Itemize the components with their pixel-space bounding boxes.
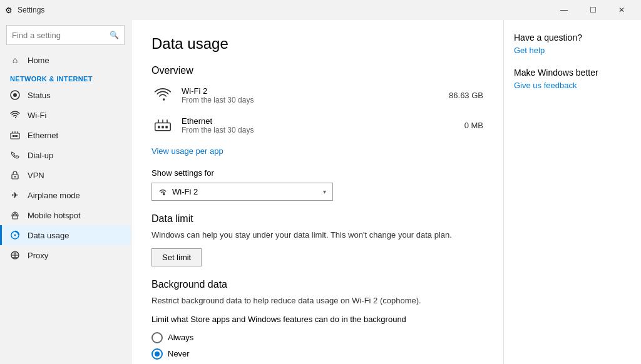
- bg-data-desc: Restrict background data to help reduce …: [151, 295, 483, 306]
- title-bar-controls: — ☐ ✕: [550, 0, 636, 20]
- sidebar-label-wifi: Wi-Fi: [28, 111, 46, 120]
- bg-limit-label: Limit what Store apps and Windows featur…: [151, 314, 483, 325]
- radio-never[interactable]: Never: [151, 348, 483, 360]
- sidebar-label-hotspot: Mobile hotspot: [28, 211, 81, 220]
- svg-rect-8: [16, 135, 18, 137]
- ethernet-sub: From the last 30 days: [182, 126, 464, 134]
- radio-never-circle: [151, 348, 163, 360]
- sidebar-label-home: Home: [28, 56, 49, 65]
- wifi-overview-icon: [151, 84, 174, 106]
- sidebar-item-proxy[interactable]: Proxy: [0, 245, 131, 265]
- sidebar-item-ethernet[interactable]: Ethernet: [0, 125, 131, 145]
- sidebar-item-home[interactable]: ⌂ Home: [0, 50, 131, 70]
- ethernet-info: Ethernet From the last 30 days: [182, 116, 464, 134]
- radio-always-label: Always: [168, 333, 193, 342]
- data-limit-title: Data limit: [151, 213, 483, 225]
- datausage-icon: [10, 230, 20, 240]
- svg-point-1: [13, 93, 17, 97]
- sidebar-label-vpn: VPN: [28, 171, 44, 180]
- page-title: Data usage: [151, 35, 483, 53]
- main-content: Data usage Overview Wi-Fi 2 From the las…: [131, 20, 503, 364]
- sidebar-item-vpn[interactable]: VPN: [0, 165, 131, 185]
- wifi-size: 86.63 GB: [449, 91, 483, 100]
- radio-never-dot: [155, 351, 160, 356]
- svg-rect-11: [13, 216, 18, 219]
- sidebar-label-airplane: Airplane mode: [28, 191, 80, 200]
- overview-section-title: Overview: [151, 65, 483, 76]
- sidebar-label-dialup: Dial-up: [28, 151, 53, 160]
- get-help-link[interactable]: Get help: [514, 46, 545, 55]
- dropdown-inner: Wi-Fi 2: [158, 187, 198, 196]
- sidebar-item-airplane[interactable]: ✈ Airplane mode: [0, 185, 131, 205]
- close-button[interactable]: ✕: [607, 0, 636, 20]
- make-windows-title: Make Windows better: [514, 68, 631, 78]
- svg-rect-22: [158, 126, 160, 128]
- settings-icon: ⚙: [5, 6, 13, 15]
- ethernet-size: 0 MB: [464, 121, 483, 130]
- hotspot-icon: [10, 210, 20, 220]
- radio-group: Always Never: [151, 332, 483, 360]
- dialup-icon: [10, 150, 20, 160]
- sidebar-label-status: Status: [28, 91, 51, 100]
- svg-point-12: [14, 213, 16, 215]
- sidebar-item-hotspot[interactable]: Mobile hotspot: [0, 205, 131, 225]
- wifi-dropdown[interactable]: Wi-Fi 2 ▾: [151, 183, 333, 201]
- svg-rect-23: [162, 126, 164, 128]
- sidebar-item-wifi[interactable]: Wi-Fi: [0, 105, 131, 125]
- view-usage-link[interactable]: View usage per app: [151, 146, 223, 156]
- sidebar: 🔍 ⌂ Home Network & Internet Status: [0, 20, 131, 364]
- set-limit-button[interactable]: Set limit: [151, 248, 202, 266]
- sidebar-label-ethernet: Ethernet: [28, 131, 58, 140]
- wifi-overview-item: Wi-Fi 2 From the last 30 days 86.63 GB: [151, 84, 483, 106]
- airplane-icon: ✈: [10, 190, 20, 200]
- search-icon: 🔍: [110, 31, 119, 39]
- search-input[interactable]: [12, 31, 107, 40]
- ethernet-icon: [10, 130, 20, 140]
- bg-data-title: Background data: [151, 279, 483, 290]
- ethernet-name: Ethernet: [182, 116, 464, 126]
- chevron-down-icon: ▾: [323, 188, 326, 195]
- app-body: 🔍 ⌂ Home Network & Internet Status: [0, 20, 641, 364]
- minimize-button[interactable]: —: [550, 0, 578, 20]
- show-settings-label: Show settings for: [151, 168, 483, 178]
- sidebar-label-proxy: Proxy: [28, 251, 48, 260]
- svg-rect-7: [14, 135, 16, 137]
- feedback-link[interactable]: Give us feedback: [514, 81, 577, 90]
- data-limit-desc: Windows can help you stay under your dat…: [151, 230, 483, 241]
- sidebar-item-status[interactable]: Status: [0, 85, 131, 105]
- title-bar-left: ⚙ Settings: [5, 6, 44, 15]
- proxy-icon: [10, 250, 20, 260]
- home-icon: ⌂: [10, 55, 20, 65]
- radio-never-label: Never: [168, 349, 190, 358]
- radio-always-circle: [151, 332, 163, 343]
- wifi-icon: [10, 110, 20, 120]
- right-panel: Have a question? Get help Make Windows b…: [503, 20, 641, 364]
- ethernet-overview-icon: [151, 114, 174, 136]
- ethernet-overview-item: Ethernet From the last 30 days 0 MB: [151, 114, 483, 136]
- wifi-sub: From the last 30 days: [182, 96, 449, 104]
- wifi-name: Wi-Fi 2: [182, 86, 449, 96]
- svg-rect-6: [13, 135, 14, 137]
- wifi-info: Wi-Fi 2 From the last 30 days: [182, 86, 449, 104]
- title-bar-title: Settings: [18, 6, 44, 14]
- question-title: Have a question?: [514, 33, 631, 43]
- sidebar-item-datausage[interactable]: Data usage: [0, 225, 131, 245]
- svg-rect-24: [165, 126, 168, 128]
- radio-always[interactable]: Always: [151, 332, 483, 343]
- maximize-button[interactable]: ☐: [578, 0, 607, 20]
- status-icon: [10, 90, 20, 100]
- sidebar-item-dialup[interactable]: Dial-up: [0, 145, 131, 165]
- sidebar-label-datausage: Data usage: [28, 231, 69, 240]
- search-container[interactable]: 🔍: [6, 25, 125, 45]
- svg-point-10: [14, 176, 16, 177]
- sidebar-section-title: Network & Internet: [0, 70, 131, 85]
- title-bar: ⚙ Settings — ☐ ✕: [0, 0, 641, 20]
- vpn-icon: [10, 170, 20, 180]
- dropdown-value: Wi-Fi 2: [172, 187, 198, 196]
- svg-point-14: [14, 235, 16, 236]
